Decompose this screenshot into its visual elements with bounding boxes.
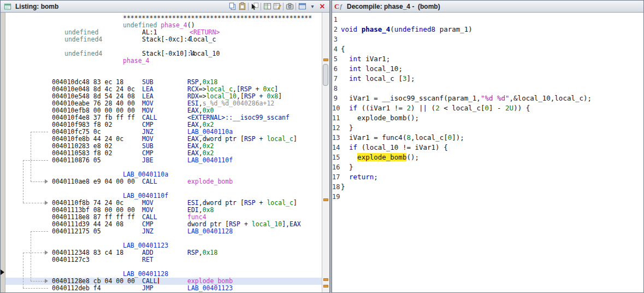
decomp-code: return; [341, 172, 378, 182]
decomp-code: } [341, 162, 353, 172]
listing-sig-row[interactable]: undefined phase_4() [5, 22, 322, 29]
decomp-code: int local_c [3]; [341, 74, 415, 84]
decomp-code: explode_bomb(); [341, 113, 419, 123]
toolbar-separator [248, 3, 249, 10]
decomp-line-16[interactable]: 16 } [332, 162, 643, 172]
close-button[interactable]: × [318, 2, 327, 11]
line-number: 14 [332, 143, 341, 153]
decompiled-source[interactable]: 12void phase_4(undefined8 param_1)34{5 i… [332, 13, 643, 292]
decomp-code: if (local_10 != iVar1) { [341, 143, 448, 153]
line-number: 12 [332, 123, 341, 133]
decomp-line-15[interactable]: 15 explode_bomb(); [332, 153, 643, 162]
decomp-line-19[interactable]: 19 [332, 192, 643, 202]
decomp-line-18[interactable]: 18} [332, 182, 643, 192]
listing-blank-row[interactable] [5, 65, 322, 72]
decomp-line-8[interactable]: 8 [332, 84, 643, 93]
change-marker[interactable] [323, 278, 328, 281]
line-number: 1 [332, 15, 341, 25]
decomp-line-2[interactable]: 2void phase_4(undefined8 param_1) [332, 25, 643, 34]
decomp-line-12[interactable]: 12 } [332, 123, 643, 133]
decomp-code: explode_bomb(); [341, 153, 419, 162]
decompiler-icon-c: C [334, 2, 339, 11]
toolbar-separator [261, 3, 261, 10]
decomp-line-3[interactable]: 3 [332, 34, 643, 44]
line-number: 4 [332, 44, 341, 54]
line-number: 10 [332, 103, 341, 113]
decomp-code: iVar1 = func4(8,local_c[0]); [341, 133, 464, 143]
chevron-down-icon[interactable]: ▾ [310, 3, 315, 9]
diff-view-icon[interactable] [262, 2, 272, 11]
scrollbar-thumb[interactable] [323, 64, 328, 86]
cursor-caret [158, 278, 159, 284]
listing-hdrvar-row[interactable]: undefined4Stack[-0xc]:4local_c [5, 36, 322, 43]
decompiler-title: Decompile: phase_4 - (bomb) [347, 3, 440, 10]
ghidra-workspace: Listing: bomb ▾ × **********************… [0, 0, 644, 293]
line-number: 7 [332, 74, 341, 84]
left-gutter[interactable] [1, 13, 5, 292]
decomp-line-9[interactable]: 9 iVar1 = __isoc99_sscanf(param_1,"%d %d… [332, 93, 643, 103]
change-marker[interactable] [323, 198, 328, 201]
listing-funclabel-row[interactable]: phase_4 [5, 57, 322, 65]
line-number: 15 [332, 153, 341, 162]
toolbar-separator [283, 3, 283, 10]
decomp-line-6[interactable]: 6 int local_10; [332, 64, 643, 74]
decomp-code: int local_10; [341, 64, 403, 74]
listing-toolbar [227, 2, 307, 11]
decomp-code: { [341, 44, 345, 54]
decompiler-icon-f: ƒ [339, 3, 342, 10]
decompiler-titlebar[interactable]: Cƒ Decompile: phase_4 - (bomb) [332, 1, 643, 13]
toolbar-separator [296, 3, 296, 10]
decomp-line-14[interactable]: 14 if (local_10 != iVar1) { [332, 143, 643, 153]
listing-hdrvar-row[interactable]: undefined4Stack[-0x10]:4local_10 [5, 50, 322, 57]
listing-titlebar[interactable]: Listing: bomb ▾ × [1, 1, 329, 13]
line-number: 18 [332, 182, 341, 192]
listing-window-icon [3, 2, 13, 11]
line-number: 5 [332, 54, 341, 64]
decomp-line-17[interactable]: 17 return; [332, 172, 643, 182]
snapshot-icon[interactable] [285, 2, 294, 11]
listing-row-0040110a[interactable]: 0040110ae8 e9 04 00 00CALLexplode_bomb [5, 178, 322, 185]
collapse-triangle-icon[interactable] [1, 269, 4, 275]
listing-row-0040112d[interactable]: 0040112deb f4JMPLAB_00401123 [5, 285, 322, 292]
listing-window: Listing: bomb ▾ × **********************… [0, 0, 330, 293]
decomp-line-5[interactable]: 5 int iVar1; [332, 54, 643, 64]
disassembly-listing[interactable]: ****************************************… [5, 13, 322, 292]
line-number: 6 [332, 64, 341, 74]
line-number: 8 [332, 84, 341, 93]
listing-body: ****************************************… [1, 13, 329, 292]
listing-row-00401121[interactable]: 0040112175 05JNZLAB_00401128 [5, 228, 322, 235]
paste-icon[interactable] [237, 2, 247, 11]
overview-margin[interactable] [322, 13, 329, 292]
line-number: 16 [332, 162, 341, 172]
decompiler-window: Cƒ Decompile: phase_4 - (bomb) 12void ph… [332, 0, 644, 293]
line-number: 13 [332, 133, 341, 143]
cursor-arrow-icon[interactable] [250, 2, 259, 11]
decomp-code: } [341, 123, 353, 133]
line-number: 19 [332, 192, 341, 202]
decomp-line-13[interactable]: 13 iVar1 = func4(8,local_c[0]); [332, 133, 643, 143]
decomp-code: if ((iVar1 != 2) || (2 < local_c[0] - 2U… [341, 103, 530, 113]
change-marker[interactable] [323, 285, 328, 288]
decomp-line-11[interactable]: 11 explode_bomb(); [332, 113, 643, 123]
copy-icon[interactable] [227, 2, 237, 11]
decomp-code: } [341, 182, 345, 192]
listing-row-00401127[interactable]: 00401127c3RET [5, 256, 322, 263]
decomp-line-7[interactable]: 7 int local_c [3]; [332, 74, 643, 84]
decomp-code: iVar1 = __isoc99_sscanf(param_1,"%d %d",… [341, 93, 592, 103]
decomp-line-4[interactable]: 4{ [332, 44, 643, 54]
decomp-code: int iVar1; [341, 54, 390, 64]
line-number: 3 [332, 34, 341, 44]
decomp-line-10[interactable]: 10 if ((iVar1 != 2) || (2 < local_c[0] -… [332, 103, 643, 113]
edit-table-icon[interactable] [272, 2, 282, 11]
line-number: 9 [332, 93, 341, 103]
decomp-code: void phase_4(undefined8 param_1) [341, 25, 472, 34]
decomp-line-1[interactable]: 1 [332, 15, 643, 25]
line-number: 2 [332, 25, 341, 34]
toggle-window-icon[interactable] [297, 2, 307, 11]
line-number: 17 [332, 172, 341, 182]
listing-title: Listing: bomb [15, 3, 58, 10]
line-number: 11 [332, 113, 341, 123]
listing-row-00401108[interactable]: 0040110876 05JBELAB_0040110f [5, 157, 322, 164]
change-marker[interactable] [323, 58, 328, 61]
decompiler-icon: Cƒ [334, 2, 344, 11]
